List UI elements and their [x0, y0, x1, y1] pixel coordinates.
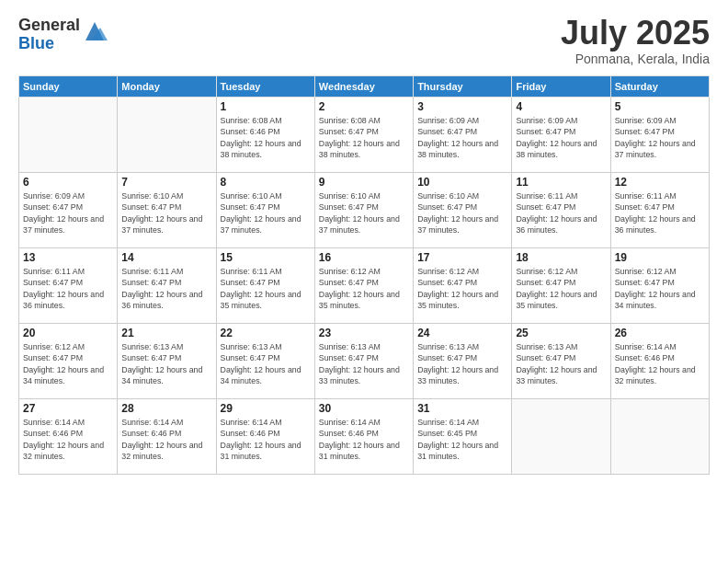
day-info: Sunrise: 6:12 AMSunset: 6:47 PMDaylight:…: [23, 341, 113, 386]
table-row: 17Sunrise: 6:12 AMSunset: 6:47 PMDayligh…: [414, 248, 512, 324]
day-info: Sunrise: 6:09 AMSunset: 6:47 PMDaylight:…: [516, 115, 606, 160]
day-info: Sunrise: 6:12 AMSunset: 6:47 PMDaylight:…: [417, 266, 507, 311]
logo-text: General Blue: [18, 17, 80, 53]
day-info: Sunrise: 6:14 AMSunset: 6:46 PMDaylight:…: [221, 417, 311, 462]
col-monday: Monday: [118, 76, 216, 98]
table-row: 18Sunrise: 6:12 AMSunset: 6:47 PMDayligh…: [512, 248, 610, 324]
table-row: 27Sunrise: 6:14 AMSunset: 6:46 PMDayligh…: [19, 399, 118, 475]
table-row: 5Sunrise: 6:09 AMSunset: 6:47 PMDaylight…: [610, 98, 709, 173]
calendar-week-row: 1Sunrise: 6:08 AMSunset: 6:46 PMDaylight…: [19, 98, 710, 173]
day-number: 26: [615, 327, 705, 339]
table-row: 8Sunrise: 6:10 AMSunset: 6:47 PMDaylight…: [216, 173, 314, 248]
col-thursday: Thursday: [414, 76, 512, 98]
calendar-week-row: 13Sunrise: 6:11 AMSunset: 6:47 PMDayligh…: [19, 248, 710, 324]
day-info: Sunrise: 6:12 AMSunset: 6:47 PMDaylight:…: [319, 266, 409, 311]
table-row: 24Sunrise: 6:13 AMSunset: 6:47 PMDayligh…: [414, 324, 512, 399]
day-number: 28: [121, 402, 211, 415]
day-number: 4: [516, 100, 606, 113]
logo-icon: [82, 18, 108, 44]
day-info: Sunrise: 6:14 AMSunset: 6:46 PMDaylight:…: [615, 341, 705, 386]
day-number: 25: [516, 327, 606, 339]
day-info: Sunrise: 6:11 AMSunset: 6:47 PMDaylight:…: [23, 266, 113, 311]
day-info: Sunrise: 6:11 AMSunset: 6:47 PMDaylight:…: [516, 190, 606, 236]
calendar-week-row: 6Sunrise: 6:09 AMSunset: 6:47 PMDaylight…: [19, 173, 710, 248]
table-row: 4Sunrise: 6:09 AMSunset: 6:47 PMDaylight…: [512, 98, 610, 173]
day-number: 8: [221, 176, 311, 189]
month-title: July 2025: [561, 17, 710, 50]
day-info: Sunrise: 6:10 AMSunset: 6:47 PMDaylight:…: [221, 190, 311, 236]
day-info: Sunrise: 6:13 AMSunset: 6:47 PMDaylight:…: [121, 341, 211, 386]
day-info: Sunrise: 6:11 AMSunset: 6:47 PMDaylight:…: [615, 190, 705, 236]
table-row: [512, 399, 610, 475]
table-row: 11Sunrise: 6:11 AMSunset: 6:47 PMDayligh…: [512, 173, 610, 248]
day-info: Sunrise: 6:14 AMSunset: 6:45 PMDaylight:…: [417, 417, 507, 462]
day-number: 18: [516, 251, 606, 264]
day-info: Sunrise: 6:10 AMSunset: 6:47 PMDaylight:…: [417, 190, 507, 236]
day-info: Sunrise: 6:13 AMSunset: 6:47 PMDaylight:…: [516, 341, 606, 386]
table-row: 10Sunrise: 6:10 AMSunset: 6:47 PMDayligh…: [414, 173, 512, 248]
table-row: 26Sunrise: 6:14 AMSunset: 6:46 PMDayligh…: [610, 324, 709, 399]
calendar-table: Sunday Monday Tuesday Wednesday Thursday…: [18, 75, 710, 475]
day-info: Sunrise: 6:14 AMSunset: 6:46 PMDaylight:…: [319, 417, 409, 462]
logo-general: General: [18, 17, 80, 35]
day-number: 13: [23, 251, 113, 264]
day-number: 1: [221, 100, 311, 113]
day-number: 7: [121, 176, 211, 189]
day-number: 9: [319, 176, 409, 189]
table-row: 29Sunrise: 6:14 AMSunset: 6:46 PMDayligh…: [216, 399, 314, 475]
col-friday: Friday: [512, 76, 610, 98]
day-number: 24: [417, 327, 507, 339]
day-info: Sunrise: 6:10 AMSunset: 6:47 PMDaylight:…: [121, 190, 211, 236]
day-info: Sunrise: 6:10 AMSunset: 6:47 PMDaylight:…: [319, 190, 409, 236]
day-number: 19: [615, 251, 705, 264]
table-row: 16Sunrise: 6:12 AMSunset: 6:47 PMDayligh…: [314, 248, 413, 324]
table-row: 20Sunrise: 6:12 AMSunset: 6:47 PMDayligh…: [19, 324, 118, 399]
location-subtitle: Ponmana, Kerala, India: [561, 52, 710, 66]
table-row: [118, 98, 216, 173]
table-row: 12Sunrise: 6:11 AMSunset: 6:47 PMDayligh…: [610, 173, 709, 248]
calendar-week-row: 20Sunrise: 6:12 AMSunset: 6:47 PMDayligh…: [19, 324, 710, 399]
table-row: 1Sunrise: 6:08 AMSunset: 6:46 PMDaylight…: [216, 98, 314, 173]
col-sunday: Sunday: [19, 76, 118, 98]
col-wednesday: Wednesday: [314, 76, 413, 98]
day-number: 5: [615, 100, 705, 113]
logo-blue: Blue: [18, 35, 80, 53]
day-number: 17: [417, 251, 507, 264]
calendar-header-row: Sunday Monday Tuesday Wednesday Thursday…: [19, 76, 710, 98]
header: General Blue July 2025 Ponmana, Kerala, …: [18, 17, 710, 66]
day-info: Sunrise: 6:12 AMSunset: 6:47 PMDaylight:…: [615, 266, 705, 311]
logo: General Blue: [18, 17, 108, 53]
table-row: 23Sunrise: 6:13 AMSunset: 6:47 PMDayligh…: [314, 324, 413, 399]
day-info: Sunrise: 6:09 AMSunset: 6:47 PMDaylight:…: [23, 190, 113, 236]
day-number: 21: [121, 327, 211, 339]
table-row: [610, 399, 709, 475]
day-number: 12: [615, 176, 705, 189]
col-tuesday: Tuesday: [216, 76, 314, 98]
day-number: 15: [221, 251, 311, 264]
table-row: 15Sunrise: 6:11 AMSunset: 6:47 PMDayligh…: [216, 248, 314, 324]
day-number: 16: [319, 251, 409, 264]
col-saturday: Saturday: [610, 76, 709, 98]
day-info: Sunrise: 6:12 AMSunset: 6:47 PMDaylight:…: [516, 266, 606, 311]
table-row: 19Sunrise: 6:12 AMSunset: 6:47 PMDayligh…: [610, 248, 709, 324]
table-row: [19, 98, 118, 173]
day-info: Sunrise: 6:11 AMSunset: 6:47 PMDaylight:…: [221, 266, 311, 311]
day-number: 3: [417, 100, 507, 113]
table-row: 30Sunrise: 6:14 AMSunset: 6:46 PMDayligh…: [314, 399, 413, 475]
day-number: 29: [221, 402, 311, 415]
day-info: Sunrise: 6:11 AMSunset: 6:47 PMDaylight:…: [121, 266, 211, 311]
day-info: Sunrise: 6:08 AMSunset: 6:47 PMDaylight:…: [319, 115, 409, 160]
table-row: 21Sunrise: 6:13 AMSunset: 6:47 PMDayligh…: [118, 324, 216, 399]
page: General Blue July 2025 Ponmana, Kerala, …: [0, 0, 728, 563]
day-number: 14: [121, 251, 211, 264]
day-number: 11: [516, 176, 606, 189]
table-row: 22Sunrise: 6:13 AMSunset: 6:47 PMDayligh…: [216, 324, 314, 399]
calendar-week-row: 27Sunrise: 6:14 AMSunset: 6:46 PMDayligh…: [19, 399, 710, 475]
table-row: 25Sunrise: 6:13 AMSunset: 6:47 PMDayligh…: [512, 324, 610, 399]
day-info: Sunrise: 6:14 AMSunset: 6:46 PMDaylight:…: [121, 417, 211, 462]
table-row: 13Sunrise: 6:11 AMSunset: 6:47 PMDayligh…: [19, 248, 118, 324]
day-info: Sunrise: 6:13 AMSunset: 6:47 PMDaylight:…: [319, 341, 409, 386]
table-row: 9Sunrise: 6:10 AMSunset: 6:47 PMDaylight…: [314, 173, 413, 248]
day-info: Sunrise: 6:09 AMSunset: 6:47 PMDaylight:…: [615, 115, 705, 160]
day-number: 6: [23, 176, 113, 189]
